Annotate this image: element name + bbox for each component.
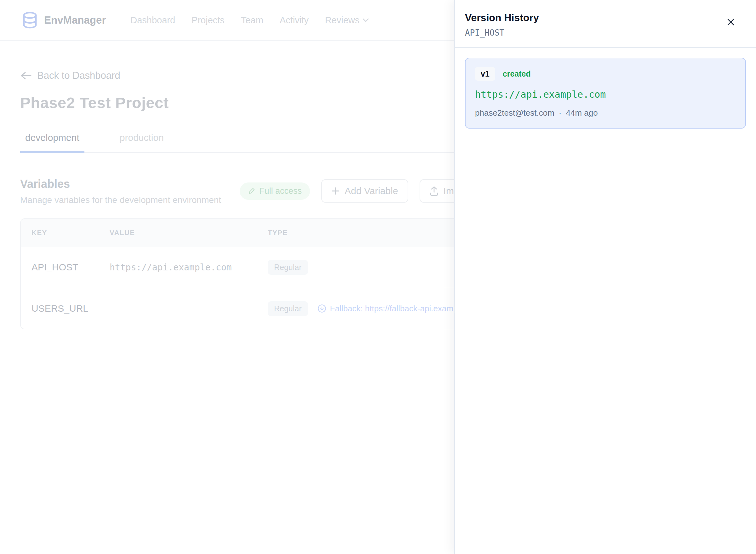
variable-key: API_HOST [21,262,110,273]
nav-item-dashboard[interactable]: Dashboard [130,15,175,25]
version-author: phase2test@test.com [475,108,555,118]
nav-item-reviews[interactable]: Reviews [325,15,369,25]
access-level-label: Full access [259,186,302,196]
back-to-dashboard-link[interactable]: Back to Dashboard [20,70,120,81]
access-level-badge: Full access [240,182,310,200]
pencil-icon [248,187,255,195]
panel-title: Version History [465,12,736,23]
upload-icon [430,186,439,196]
panel-body: v1 created https://api.example.com phase… [455,48,756,138]
column-header-value: VALUE [110,229,268,237]
chevron-down-icon [362,18,369,22]
meta-separator: · [559,108,562,118]
version-card[interactable]: v1 created https://api.example.com phase… [465,58,746,128]
add-variable-button[interactable]: Add Variable [321,179,408,203]
variable-key: USERS_URL [21,303,110,314]
add-variable-label: Add Variable [345,185,398,196]
version-meta: phase2test@test.com · 44m ago [475,108,736,118]
nav-item-projects[interactable]: Projects [191,15,225,25]
app-brand: EnvManager [44,14,106,26]
column-header-key: KEY [21,229,110,237]
type-badge: Regular [268,260,308,275]
type-badge: Regular [268,301,308,316]
version-action: created [503,69,531,78]
arrow-down-circle-icon [317,304,326,313]
variables-toolbar: Full access Add Variable Import [240,179,480,203]
version-time: 44m ago [566,108,598,118]
close-icon [726,17,736,27]
nav-item-team[interactable]: Team [241,15,263,25]
variable-value: https://api.example.com [110,262,268,273]
plus-icon [331,187,340,195]
nav-item-reviews-label: Reviews [325,15,360,25]
close-panel-button[interactable] [724,15,738,29]
version-badge: v1 [475,67,495,81]
panel-header: Version History API_HOST [455,0,756,48]
panel-variable-name: API_HOST [465,28,736,38]
version-value: https://api.example.com [475,89,736,100]
version-card-header: v1 created [475,67,736,81]
nav-links: Dashboard Projects Team Activity Reviews [130,15,369,25]
version-history-panel: Version History API_HOST v1 created http… [454,0,756,554]
tab-development[interactable]: development [20,132,84,153]
arrow-left-icon [20,71,32,80]
database-icon [23,11,37,29]
nav-item-activity[interactable]: Activity [280,15,309,25]
back-link-label: Back to Dashboard [37,70,120,81]
tab-production[interactable]: production [115,132,169,152]
